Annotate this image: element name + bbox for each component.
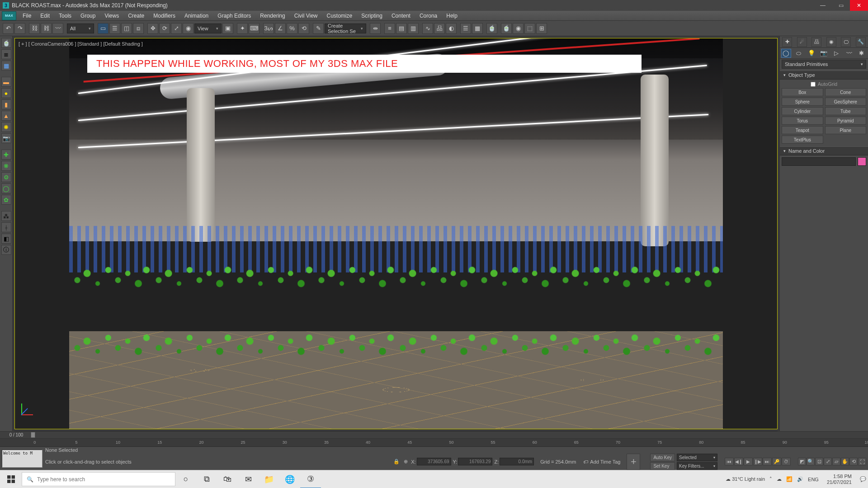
corona-mtl-button[interactable]: ⬚ [524,23,535,34]
tool-helper-icon[interactable]: ✚ [1,150,11,160]
cortana-icon[interactable]: ○ [175,470,196,488]
menu-scripting[interactable]: Scripting [357,11,387,21]
autogrid-checkbox[interactable]: AutoGrid [811,81,837,87]
select-name-button[interactable]: ☰ [109,23,120,34]
curve-editor-button[interactable]: ∿ [422,23,433,34]
tool-teapot-icon[interactable]: 🍵 [1,38,11,48]
tool-layers-icon[interactable]: ≣ [1,49,11,59]
zoom-extents-button[interactable]: ⤢ [824,458,832,465]
select-window-button[interactable]: ⧈ [133,23,144,34]
menu-rendering[interactable]: Rendering [255,11,289,21]
undo-button[interactable]: ↶ [3,23,14,34]
corona-lister-button[interactable]: ⊞ [536,23,547,34]
create-shapes-tab[interactable]: ⬭ [794,49,804,58]
mirror-button[interactable]: ⇹ [370,23,381,34]
prim-plane[interactable]: Plane [825,126,867,134]
bind-spacewarp-button[interactable]: 〰 [52,23,63,34]
prev-frame-button[interactable]: ◀❙ [734,458,743,465]
redo-button[interactable]: ↷ [14,23,25,34]
time-ruler[interactable]: 0510152025303540455055606570758085909510… [0,439,868,447]
primitive-category-dropdown[interactable]: Standard Primitives [782,60,866,69]
cmd-create-tab[interactable]: ✚ [782,37,792,47]
explorer-icon[interactable]: 📁 [259,470,279,488]
menu-civilview[interactable]: Civil View [290,11,322,21]
create-helpers-tab[interactable]: ▷ [831,49,841,58]
create-systems-tab[interactable]: ✱ [857,49,867,58]
render-frame-button[interactable]: ▦ [472,23,483,34]
layer-explorer-button[interactable]: ▤ [396,23,407,34]
render-teapot-button[interactable]: 🍵 [486,23,497,34]
start-button[interactable] [0,470,22,488]
rotate-button[interactable]: ⟳ [159,23,170,34]
add-time-tag[interactable]: 🏷 Add Time Tag [583,459,620,465]
keymode-dropdown[interactable]: Selected [677,454,717,461]
cmd-hierarchy-tab[interactable]: 品 [811,37,821,47]
object-name-input[interactable] [782,157,856,166]
prim-torus[interactable]: Torus [782,117,823,125]
prim-sphere[interactable]: Sphere [782,98,823,106]
time-slider[interactable]: 0 / 100 [0,432,868,439]
selection-lock-icon[interactable]: 🔒 [393,458,400,465]
coord-y[interactable]: Y: [453,458,493,465]
prim-textplus[interactable]: TextPlus [782,136,823,144]
store-icon[interactable]: 🛍 [217,470,238,488]
taskbar-search[interactable]: 🔍 Type here to search [22,472,175,486]
time-slider-handle[interactable] [31,432,35,438]
corona-render-button[interactable]: 🍵 [501,23,512,34]
object-color-swatch[interactable] [858,157,866,166]
menu-modifiers[interactable]: Modifiers [149,11,180,21]
goto-end-button[interactable]: ⏭ [763,458,772,465]
key-mode-button[interactable]: 🔑 [772,458,781,465]
spinner-snap-button[interactable]: ⟲ [298,23,309,34]
tray-language[interactable]: ENG [808,477,819,482]
mail-icon[interactable]: ✉ [238,470,259,488]
prim-tube[interactable]: Tube [825,107,867,115]
tray-chevron-icon[interactable]: ˄ [769,476,772,482]
named-selset-dropdown[interactable]: Create Selection Se [325,23,366,33]
cmd-motion-tab[interactable]: ◉ [826,37,836,47]
setkey-button[interactable]: Set Key [650,462,675,470]
absolute-mode-icon[interactable]: ⊕ [402,458,409,465]
tray-volume-icon[interactable]: 🔊 [797,476,803,482]
prim-geosphere[interactable]: GeoSphere [825,98,867,106]
prim-cylinder[interactable]: Cylinder [782,107,823,115]
schematic-view-button[interactable]: 品 [434,23,445,34]
tool-particle-icon[interactable]: ⁂ [1,211,11,221]
chrome-icon[interactable]: 🌐 [279,470,300,488]
align-button[interactable]: ≡ [384,23,395,34]
tray-clock[interactable]: 1:58 PM21/07/2021 [823,474,855,485]
create-geometry-tab[interactable]: ◯ [781,49,791,58]
menu-edit[interactable]: Edit [36,11,54,21]
keyboard-shortcut-button[interactable]: ⌨ [249,23,259,34]
tray-notifications-icon[interactable]: 💬 [860,476,866,482]
tool-info-icon[interactable]: ⓘ [1,245,11,255]
select-object-button[interactable]: ▭ [98,23,108,34]
create-spacewarps-tab[interactable]: 〰 [844,49,854,58]
cmd-display-tab[interactable]: 🖵 [841,37,851,47]
create-cameras-tab[interactable]: 📷 [819,49,829,58]
maximize-button[interactable]: ▭ [832,0,850,11]
selection-filter-dropdown[interactable]: All [67,23,94,33]
rollout-name-color[interactable]: Name and Color [780,146,868,155]
prim-pyramid[interactable]: Pyramid [825,117,867,125]
placement-button[interactable]: ◉ [183,23,193,34]
tool-aperture-icon[interactable]: ✿ [1,195,11,205]
tool-cone-icon[interactable]: ▲ [1,111,11,121]
tool-system-icon[interactable]: ⚙ [1,172,11,182]
tool-box-icon[interactable]: ▬ [1,77,11,87]
rollout-object-type[interactable]: Object Type [780,70,868,80]
render-setup-button[interactable]: ☰ [460,23,471,34]
3dsmax-task-icon[interactable]: ③ [300,470,321,488]
menu-views[interactable]: Views [100,11,123,21]
autokey-button[interactable]: Auto Key [650,454,675,461]
menu-help[interactable]: Help [442,11,462,21]
taskview-icon[interactable]: ⧉ [196,470,217,488]
next-frame-button[interactable]: ❙▶ [753,458,762,465]
maxscript-listener[interactable]: Welcome to M [2,450,42,468]
ref-coord-dropdown[interactable]: View [194,23,222,33]
keyfilters-button[interactable]: Key Filters... [677,462,717,470]
viewport-label[interactable]: [ + ] [ CoronaCamera006 ] [Standard ] [D… [19,41,143,47]
menu-corona[interactable]: Corona [415,11,442,21]
corona-ir-button[interactable]: ◉ [513,23,524,34]
scale-button[interactable]: ⤢ [171,23,182,34]
